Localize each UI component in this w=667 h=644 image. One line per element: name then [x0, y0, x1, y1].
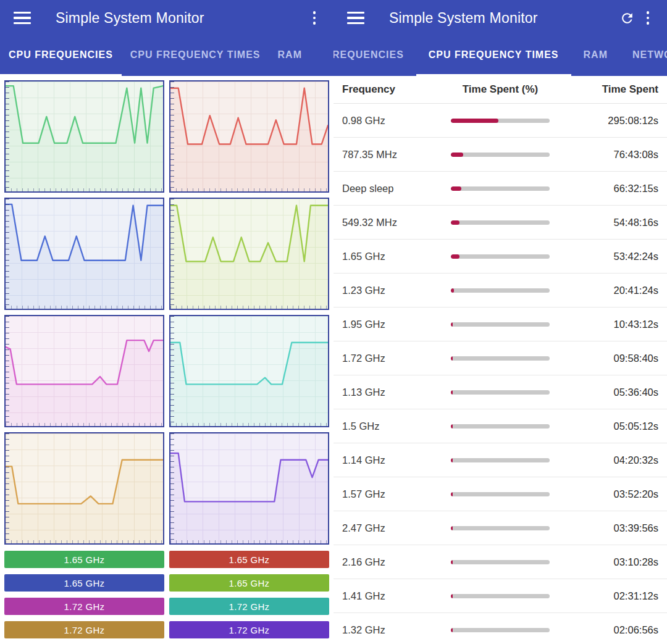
menu-icon[interactable] — [347, 12, 364, 24]
table-row: 1.14 GHz04:20:32s — [334, 443, 667, 477]
time-spent-value: 09:58:40s — [550, 353, 658, 364]
time-spent-value: 10:43:12s — [550, 319, 658, 330]
overflow-menu-icon[interactable] — [304, 7, 325, 28]
header-frequency: Frequency — [342, 83, 451, 96]
current-frequency-label: 1.72 GHz — [4, 598, 164, 615]
time-spent-bar — [451, 254, 550, 259]
time-spent-bar — [451, 153, 550, 157]
tab-ram[interactable]: RAM — [571, 36, 620, 76]
frequency-value: 1.57 GHz — [342, 488, 451, 500]
table-row: 1.95 GHz10:43:12s — [334, 307, 667, 341]
screen-cpu-frequency-times: Simple System Monitor CPU FREQUENCIES CP… — [334, 0, 667, 644]
time-spent-value: 66:32:15s — [550, 183, 658, 194]
current-frequency-label: 1.65 GHz — [169, 574, 329, 592]
time-spent-value: 03:39:56s — [550, 522, 658, 534]
app-bar: Simple System Monitor — [0, 0, 334, 36]
time-spent-bar — [451, 492, 550, 496]
time-spent-value: 02:06:56s — [550, 624, 658, 636]
frequency-chart-cpu-core-7 — [4, 432, 164, 545]
tab-cpu-frequencies[interactable]: CPU FREQUENCIES — [334, 36, 416, 76]
time-spent-bar — [451, 119, 550, 123]
tab-ram[interactable]: RAM — [269, 36, 311, 76]
table-row: 1.57 GHz03:52:20s — [334, 477, 667, 511]
current-frequency-label: 1.65 GHz — [4, 574, 164, 592]
frequency-chart-cpu-core-3 — [4, 198, 164, 310]
time-spent-bar — [451, 288, 550, 293]
time-spent-value: 54:48:16s — [550, 217, 658, 228]
table-header: Frequency Time Spent (%) Time Spent — [334, 76, 667, 104]
frequency-chart-cpu-core-2 — [169, 80, 329, 193]
time-spent-bar — [451, 424, 550, 429]
frequency-value: 1.41 GHz — [342, 590, 451, 602]
tab-cpu-frequency-times[interactable]: CPU FREQUENCY TIMES — [416, 36, 571, 76]
current-frequency-label: 1.72 GHz — [169, 621, 329, 638]
tab-network[interactable]: NETWORK — [620, 36, 667, 76]
frequency-value: 2.16 GHz — [342, 556, 451, 568]
frequency-value: 1.23 GHz — [342, 285, 451, 296]
overflow-menu-icon[interactable] — [637, 7, 658, 28]
header-time-spent-percent: Time Spent (%) — [451, 83, 550, 96]
frequency-value: 1.32 GHz — [342, 624, 451, 636]
time-spent-bar — [451, 186, 550, 191]
time-spent-bar — [451, 526, 550, 530]
frequency-value: 1.65 GHz — [342, 251, 451, 262]
frequency-value: 1.5 GHz — [342, 420, 451, 432]
time-spent-value: 295:08:12s — [550, 115, 658, 127]
time-spent-value: 04:20:32s — [550, 454, 658, 466]
time-spent-bar — [451, 594, 550, 598]
current-frequency-label: 1.65 GHz — [4, 551, 164, 568]
tab-bar: CPU FREQUENCIES CPU FREQUENCY TIMES RAM — [0, 36, 334, 76]
frequency-chart-cpu-core-4 — [169, 198, 329, 310]
current-frequency-label: 1.72 GHz — [4, 621, 164, 638]
screen-cpu-frequencies: Simple System Monitor CPU FREQUENCIES CP… — [0, 0, 334, 644]
current-frequency-labels: 1.65 GHz1.65 GHz1.65 GHz1.65 GHz1.72 GHz… — [4, 551, 329, 638]
frequency-chart-cpu-core-8 — [169, 432, 329, 545]
frequency-value: Deep sleep — [342, 183, 451, 194]
table-row: 549.32 MHz54:48:16s — [334, 206, 667, 240]
table-row: Deep sleep66:32:15s — [334, 172, 667, 206]
time-spent-value: 02:31:12s — [550, 590, 658, 602]
frequency-chart-cpu-core-6 — [169, 315, 329, 427]
cpu-frequency-charts[interactable] — [4, 80, 329, 545]
table-row: 1.41 GHz02:31:12s — [334, 579, 667, 613]
time-spent-value: 20:41:24s — [550, 285, 658, 296]
time-spent-value: 76:43:08s — [550, 149, 658, 161]
app-title: Simple System Monitor — [56, 10, 304, 27]
tab-cpu-frequency-times[interactable]: CPU FREQUENCY TIMES — [122, 36, 269, 76]
time-spent-value: 53:42:24s — [550, 251, 658, 262]
table-row: 1.23 GHz20:41:24s — [334, 274, 667, 307]
tab-cpu-frequencies[interactable]: CPU FREQUENCIES — [0, 36, 122, 76]
time-spent-bar — [451, 458, 550, 462]
time-spent-bar — [451, 390, 550, 395]
frequency-times-list[interactable]: 0.98 GHz295:08:12s787.35 MHz76:43:08sDee… — [334, 104, 667, 644]
table-row: 1.5 GHz05:05:12s — [334, 409, 667, 443]
time-spent-value: 05:36:40s — [550, 387, 658, 398]
refresh-icon[interactable] — [616, 7, 637, 28]
header-time-spent: Time Spent — [550, 83, 658, 96]
frequency-value: 2.47 GHz — [342, 522, 451, 534]
frequency-chart-cpu-core-1 — [4, 80, 164, 193]
time-spent-bar — [451, 628, 550, 632]
current-frequency-label: 1.65 GHz — [169, 551, 329, 568]
menu-icon[interactable] — [14, 12, 31, 24]
app-title: Simple System Monitor — [389, 10, 616, 27]
time-spent-bar — [451, 322, 550, 327]
time-spent-bar — [451, 356, 550, 361]
current-frequency-label: 1.72 GHz — [169, 598, 329, 615]
frequency-value: 0.98 GHz — [342, 115, 451, 127]
table-row: 2.16 GHz03:10:28s — [334, 545, 667, 579]
dual-screenshot: Simple System Monitor CPU FREQUENCIES CP… — [0, 0, 667, 644]
table-row: 1.13 GHz05:36:40s — [334, 375, 667, 409]
frequency-chart-cpu-core-5 — [4, 315, 164, 427]
table-row: 1.65 GHz53:42:24s — [334, 240, 667, 274]
time-spent-value: 03:10:28s — [550, 556, 658, 568]
vertical-dots-icon — [313, 11, 316, 25]
time-spent-bar — [451, 560, 550, 564]
vertical-dots-icon — [647, 11, 650, 25]
frequency-value: 1.72 GHz — [342, 353, 451, 364]
time-spent-value: 03:52:20s — [550, 488, 658, 500]
frequency-value: 1.95 GHz — [342, 319, 451, 330]
table-row: 2.47 GHz03:39:56s — [334, 511, 667, 545]
frequency-value: 549.32 MHz — [342, 217, 451, 228]
frequency-value: 1.14 GHz — [342, 454, 451, 466]
